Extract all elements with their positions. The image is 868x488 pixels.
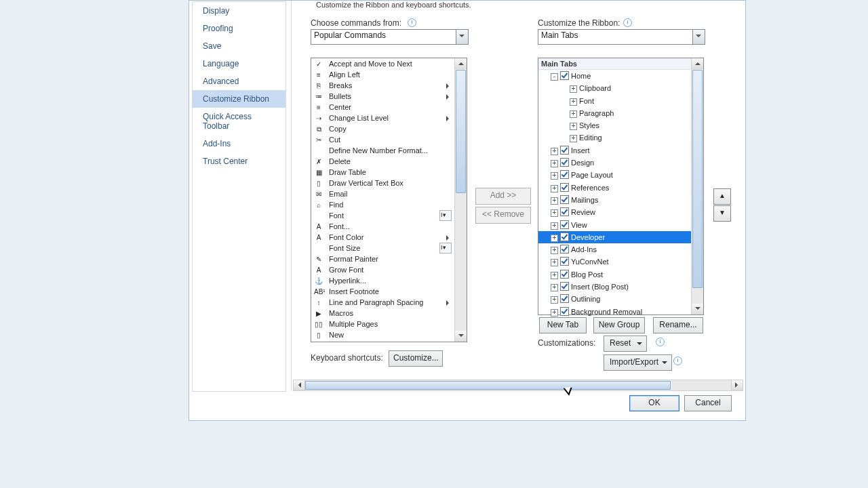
expand-icon[interactable]: + — [551, 209, 558, 217]
scroll-thumb[interactable] — [456, 70, 466, 193]
command-item[interactable]: ≡Align Left — [311, 69, 467, 80]
expand-icon[interactable]: + — [551, 185, 558, 192]
command-item[interactable]: ✓Accept and Move to Next — [311, 58, 467, 69]
scrollbar[interactable] — [691, 58, 703, 314]
expand-icon[interactable]: + — [551, 148, 558, 155]
expand-icon[interactable]: + — [551, 272, 558, 279]
command-item[interactable]: AFont Color — [311, 232, 467, 243]
expand-icon[interactable]: + — [551, 259, 558, 266]
command-item[interactable]: ⇢Change List Level — [311, 113, 467, 123]
expand-icon[interactable]: + — [551, 222, 558, 230]
tree-node[interactable]: +Insert (Blog Post) — [538, 281, 703, 293]
tree-node[interactable]: -Home — [538, 70, 703, 82]
command-item[interactable]: ▶Macros — [311, 308, 467, 319]
command-item[interactable]: ▯New — [311, 329, 467, 340]
checkbox[interactable] — [560, 158, 569, 167]
tree-node[interactable]: +References — [538, 182, 703, 194]
command-item[interactable]: ✂Cut — [311, 134, 467, 145]
command-item[interactable]: ▦Draw Table — [311, 167, 467, 178]
info-icon[interactable]: i — [408, 18, 416, 27]
checkbox[interactable] — [560, 71, 569, 80]
tree-node[interactable]: +Styles — [538, 119, 703, 131]
scrollbar[interactable] — [454, 58, 467, 342]
expand-icon[interactable]: + — [551, 296, 558, 304]
ribbon-tree[interactable]: Main Tabs -Home+Clipboard+Font+Paragraph… — [538, 58, 704, 315]
checkbox[interactable] — [560, 170, 569, 179]
scroll-down[interactable] — [455, 331, 467, 342]
checkbox[interactable] — [560, 294, 569, 303]
horizontal-scrollbar[interactable] — [293, 380, 743, 391]
tree-node[interactable]: +Clipboard — [538, 82, 703, 94]
sidenav-item[interactable]: Trust Center — [193, 152, 285, 170]
info-icon[interactable]: i — [656, 338, 665, 346]
info-icon[interactable]: i — [623, 18, 632, 27]
tree-node[interactable]: +Blog Post — [538, 268, 703, 281]
customize-ribbon-select[interactable]: Main Tabs — [538, 29, 705, 45]
command-item[interactable]: ⎘Breaks — [311, 80, 467, 91]
command-item[interactable]: ✗Delete — [311, 156, 467, 167]
checkbox[interactable] — [560, 207, 569, 216]
move-down-button[interactable]: ▼ — [713, 205, 731, 222]
tree-node[interactable]: +Design — [538, 157, 703, 169]
rename-button[interactable]: Rename... — [653, 317, 703, 333]
info-icon[interactable]: i — [673, 357, 682, 365]
expand-icon[interactable]: + — [570, 135, 577, 142]
tree-node[interactable]: +Developer — [538, 231, 703, 243]
sidenav-item[interactable]: Add-Ins — [193, 135, 285, 152]
checkbox[interactable] — [560, 146, 569, 155]
collapse-icon[interactable]: - — [551, 73, 558, 81]
scroll-up[interactable] — [692, 58, 703, 69]
command-item[interactable]: ≔Bullets — [311, 91, 467, 102]
move-up-button[interactable]: ▲ — [713, 188, 731, 205]
checkbox[interactable] — [560, 270, 569, 279]
command-item[interactable]: ⚓Hyperlink... — [311, 275, 467, 286]
checkbox[interactable] — [560, 183, 569, 192]
command-item[interactable]: AGrow Font — [311, 264, 467, 275]
cancel-button[interactable]: Cancel — [684, 395, 732, 411]
tree-node[interactable]: +YuConvNet — [538, 256, 703, 268]
command-item[interactable]: AB¹Insert Footnote — [311, 286, 467, 297]
checkbox[interactable] — [560, 195, 569, 204]
checkbox[interactable] — [560, 232, 569, 241]
tree-node[interactable]: +Add-Ins — [538, 243, 703, 256]
tree-node[interactable]: +Paragraph — [538, 107, 703, 119]
import-export-button[interactable]: Import/Export — [604, 354, 672, 371]
sidenav-item[interactable]: Advanced — [193, 73, 285, 90]
tree-node[interactable]: +Insert — [538, 144, 703, 157]
sidenav-item[interactable]: Display — [193, 2, 285, 20]
reset-button[interactable]: Reset — [604, 336, 647, 352]
tree-node[interactable]: +Editing — [538, 131, 703, 144]
new-tab-button[interactable]: New Tab — [539, 317, 587, 333]
command-item[interactable]: ✉Email — [311, 188, 467, 199]
command-item[interactable]: Define New Number Format... — [311, 145, 467, 156]
command-item[interactable]: ⧉Copy — [311, 123, 467, 134]
sidenav-item[interactable]: Save — [193, 37, 285, 55]
scroll-up[interactable] — [455, 58, 467, 69]
command-item[interactable]: ✎Format Painter — [311, 253, 467, 264]
command-item[interactable]: Font SizeI▾ — [311, 243, 467, 253]
expand-icon[interactable]: + — [570, 85, 577, 93]
expand-icon[interactable]: + — [551, 235, 558, 242]
expand-icon[interactable]: + — [551, 284, 558, 291]
checkbox[interactable] — [560, 245, 569, 253]
sidenav-item[interactable]: Customize Ribbon — [193, 90, 285, 108]
sidenav-item[interactable]: Proofing — [193, 20, 285, 37]
sidenav-item[interactable]: Quick Access Toolbar — [193, 108, 285, 135]
checkbox[interactable] — [560, 282, 569, 291]
expand-icon[interactable]: + — [551, 309, 558, 317]
expand-icon[interactable]: + — [551, 197, 558, 205]
tree-node[interactable]: +View — [538, 219, 703, 231]
command-item[interactable]: ▯▯Multiple Pages — [311, 319, 467, 329]
expand-icon[interactable]: + — [551, 160, 558, 167]
expand-icon[interactable]: + — [570, 98, 577, 106]
command-item[interactable]: FontI▾ — [311, 210, 467, 221]
scroll-thumb[interactable] — [305, 381, 671, 390]
commands-list[interactable]: ✓Accept and Move to Next≡Align Left⎘Brea… — [311, 58, 467, 342]
tree-node[interactable]: +Review — [538, 206, 703, 218]
checkbox[interactable] — [560, 307, 569, 316]
tree-node[interactable]: +Background Removal — [538, 306, 703, 318]
tree-node[interactable]: +Mailings — [538, 194, 703, 206]
expand-icon[interactable]: + — [551, 247, 558, 254]
tree-node[interactable]: +Page Layout — [538, 169, 703, 181]
expand-icon[interactable]: + — [551, 172, 558, 180]
